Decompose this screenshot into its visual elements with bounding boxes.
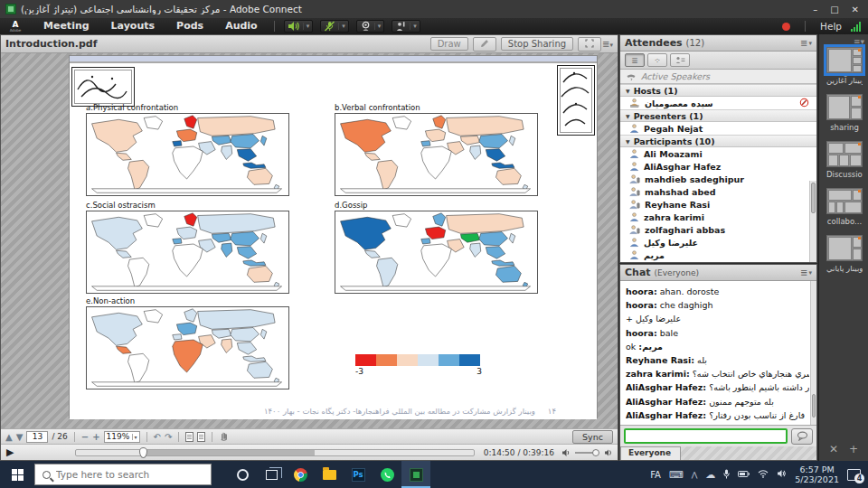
menu-audio[interactable]: Audio — [214, 20, 269, 32]
rotate-cw-button[interactable]: ↷ — [165, 432, 172, 442]
chat-message-input[interactable] — [624, 428, 788, 444]
seek-bar[interactable] — [75, 449, 474, 456]
sound-tray-icon[interactable] — [777, 469, 787, 480]
task-view-button[interactable] — [257, 461, 286, 488]
file-explorer-button[interactable] — [315, 461, 344, 488]
attendee-row[interactable]: Ali Moazami — [620, 147, 816, 160]
webcam-icon — [360, 21, 372, 32]
layout-thumbnail-1[interactable]: وبينار آغازين — [826, 47, 863, 85]
rotate-ccw-button[interactable]: ↶ — [154, 432, 161, 442]
touch-keyboard-icon[interactable]: ⌨ — [669, 469, 684, 481]
fullscreen-button[interactable] — [578, 37, 601, 52]
volume-max-icon — [602, 448, 612, 457]
attendee-row[interactable]: Reyhane Rasi — [620, 198, 816, 211]
menu-meeting[interactable]: Meeting — [33, 20, 100, 32]
taskbar-search[interactable] — [34, 464, 212, 485]
onedrive-cloud-icon[interactable]: ☁ — [705, 469, 715, 481]
microphone-tray-icon[interactable] — [723, 469, 730, 481]
fullscreen-icon — [585, 39, 594, 48]
zoom-out-button[interactable]: − — [81, 432, 89, 442]
attendee-row[interactable]: AliAsghar Hafez — [620, 160, 816, 173]
collapse-triangle-icon: ▼ — [626, 113, 630, 119]
photoshop-button[interactable]: Ps — [344, 461, 373, 488]
menu-layouts[interactable]: Layouts — [100, 20, 165, 32]
attendee-row[interactable]: عليرضا وكيل — [620, 236, 816, 249]
play-button[interactable]: ▶ — [6, 446, 14, 458]
minimize-button[interactable]: – — [813, 5, 817, 14]
attendee-grid-view-button[interactable]: ⁘ — [647, 53, 667, 67]
layouts-panel-menu-button[interactable]: ≡▾ — [854, 37, 864, 46]
two-page-view-button[interactable] — [197, 432, 205, 442]
action-center-button[interactable]: 4 — [847, 469, 861, 481]
attendee-list-view-button[interactable]: ≣ — [625, 53, 645, 67]
adobe-connect-taskbar-button[interactable] — [401, 461, 430, 488]
chat-tab-everyone[interactable]: Everyone — [620, 446, 681, 460]
layout-thumbnail-4[interactable]: collabo... — [826, 188, 863, 226]
layout-thumbnail-2[interactable]: sharing — [826, 94, 863, 132]
page-number-input[interactable] — [26, 431, 48, 443]
attendee-row[interactable]: مريم — [620, 249, 816, 261]
attendee-row[interactable]: سيده معصوميان — [620, 97, 816, 109]
attendees-pod-menu-button[interactable]: ≡▾ — [800, 38, 812, 48]
help-menu[interactable]: Help — [820, 21, 842, 32]
draw-button[interactable]: Draw — [430, 37, 468, 51]
group-header-hosts[interactable]: ▼Hosts (1) — [620, 84, 816, 97]
close-button[interactable]: ✕ — [852, 5, 859, 14]
zoom-level-select[interactable]: 119%▾ — [104, 431, 140, 443]
battery-icon[interactable] — [738, 470, 750, 480]
zoom-in-button[interactable]: + — [92, 432, 99, 442]
speaker-button[interactable]: ▾ — [284, 20, 314, 33]
wifi-icon[interactable] — [758, 469, 769, 480]
map-title: d.Gossip — [335, 201, 538, 211]
person-lines-icon — [675, 56, 685, 64]
attendee-row[interactable]: zolfaghari abbas — [620, 223, 816, 236]
chrome-taskbar-button[interactable] — [286, 461, 315, 488]
page-down-button[interactable]: ▼ — [16, 432, 24, 442]
single-page-view-button[interactable] — [185, 432, 193, 442]
attendee-status-view-button[interactable] — [670, 53, 690, 67]
attendees-pod: Attendees (12) ≡▾ ≣ ⁘ Active Speakers ▼H… — [619, 34, 817, 263]
add-layout-button[interactable]: + — [849, 443, 858, 455]
group-header-presenters[interactable]: ▼Presenters (1) — [620, 109, 816, 122]
menu-pods[interactable]: Pods — [165, 20, 214, 32]
hand-tool-button[interactable] — [219, 430, 229, 443]
chat-pod-menu-button[interactable]: ≡▾ — [800, 267, 812, 277]
volume-slider[interactable] — [575, 452, 599, 454]
page-up-button[interactable]: ▲ — [5, 432, 13, 442]
whatsapp-button[interactable] — [373, 461, 401, 488]
chat-scrollbar[interactable] — [810, 281, 816, 425]
attendee-row[interactable]: Pegah Nejat — [620, 122, 816, 135]
attendees-scrollbar[interactable] — [809, 181, 816, 262]
raise-hand-button[interactable]: ▾ — [392, 20, 420, 33]
layout-thumbnail-5[interactable]: وبينار پاياني — [826, 235, 863, 273]
windows-taskbar: Ps FA ⌨ ⋀ ☁ 6:57 PM 5/23/2021 4 — [0, 461, 868, 488]
pen-tool-button[interactable] — [473, 37, 496, 52]
taskbar-clock[interactable]: 6:57 PM 5/23/2021 — [795, 465, 839, 484]
sync-button[interactable]: Sync — [572, 430, 613, 444]
start-button[interactable] — [0, 461, 34, 488]
microphone-muted-button[interactable]: ▾ — [320, 20, 349, 33]
layout-thumbnail-3[interactable]: Discussion — [826, 141, 863, 179]
chat-message: AliAsghar Hafez: چرا انتظار داشته باشيم … — [626, 380, 809, 394]
hidden-icons-chevron[interactable]: ⋀ — [692, 471, 698, 479]
webcam-button[interactable]: ▾ — [356, 20, 385, 33]
language-indicator[interactable]: FA — [650, 470, 661, 480]
search-input[interactable] — [56, 469, 192, 480]
seek-thumb[interactable] — [139, 447, 147, 458]
cortana-button[interactable] — [228, 461, 257, 488]
attendee-row[interactable]: mahdieb sadeghipur — [620, 173, 816, 185]
attendee-row[interactable]: zahra karimi — [620, 211, 816, 223]
adobe-logo-icon: AAdobe — [4, 19, 27, 33]
maximize-button[interactable]: □ — [830, 5, 838, 14]
window-title: مركز تحقيقات روانشناسي اجتماعي (تيتراژ آ… — [21, 4, 813, 14]
send-message-button[interactable] — [791, 428, 813, 445]
page-total-label: / 26 — [52, 432, 67, 441]
chat-scope-label: (Everyone) — [655, 268, 699, 277]
close-layout-button[interactable]: ✕ — [829, 443, 838, 455]
group-header-participants[interactable]: ▼Participants (10) — [620, 135, 816, 147]
share-pod-menu-button[interactable]: ≡▾ — [602, 39, 613, 49]
stop-sharing-button[interactable]: Stop Sharing — [501, 37, 573, 51]
legend-min-label: -3 — [355, 367, 363, 376]
attendee-row[interactable]: mahshad abed — [620, 185, 816, 198]
volume-icon[interactable] — [561, 448, 571, 457]
